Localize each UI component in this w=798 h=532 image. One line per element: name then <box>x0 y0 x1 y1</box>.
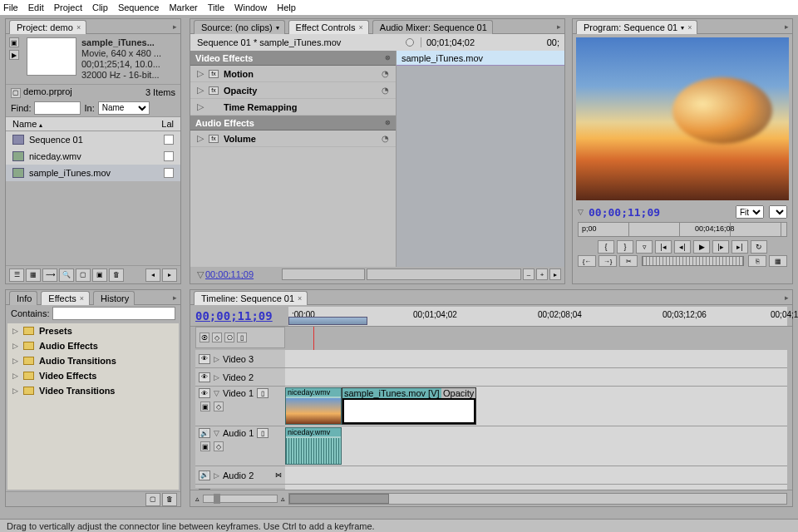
eye-icon[interactable]: 👁 <box>199 372 210 382</box>
effect-mini-timeline[interactable]: –+▸ <box>282 268 561 280</box>
track-head-video3[interactable]: 👁▷Video 3 <box>195 350 285 368</box>
play-preview-button[interactable]: ▶ <box>9 50 19 60</box>
timeline-tab[interactable]: Timeline: Sequence 01× <box>194 291 308 305</box>
close-icon[interactable]: × <box>80 294 84 303</box>
sort-asc-icon[interactable]: ▴ <box>39 121 42 129</box>
menu-sequence[interactable]: Sequence <box>118 2 160 12</box>
col-name[interactable]: Name <box>12 119 37 129</box>
zoom-select[interactable]: Fit <box>736 205 764 219</box>
speaker-icon[interactable]: 🔊 <box>199 470 210 480</box>
track-head-audio2[interactable]: 🔊▷Audio 2⋈ <box>195 466 285 485</box>
delete-button[interactable]: 🗑 <box>109 268 124 282</box>
zoom-in-icon[interactable]: ▵ <box>281 495 285 503</box>
work-area-bar[interactable] <box>288 317 367 325</box>
tool-button[interactable]: ▯ <box>237 332 247 342</box>
effects-folder-audio-fx[interactable]: ▷Audio Effects <box>7 338 179 353</box>
effect-row-time-remap[interactable]: ▷Time Remapping <box>190 99 396 116</box>
stopwatch-icon[interactable]: ◔ <box>382 86 389 95</box>
program-tab[interactable]: Program: Sequence 01 ▾ × <box>576 20 697 34</box>
close-icon[interactable]: × <box>359 23 363 32</box>
menu-clip[interactable]: Clip <box>92 2 108 12</box>
poster-frame-button[interactable]: ▣ <box>9 37 19 47</box>
source-tab[interactable]: Source: (no clips)▾ <box>194 20 285 34</box>
effect-row-opacity[interactable]: ▷fxOpacity◔ <box>190 82 396 99</box>
asset-item-sequence[interactable]: Sequence 01 <box>6 131 180 148</box>
resolution-select[interactable] <box>769 205 787 219</box>
info-tab[interactable]: Info <box>9 291 37 305</box>
zoom-out-icon[interactable]: ▵ <box>195 495 200 503</box>
zoom-out-icon[interactable]: – <box>523 268 534 280</box>
step-back-button[interactable]: ◂| <box>674 240 691 254</box>
new-bin-button[interactable]: ▢ <box>145 493 160 506</box>
menu-project[interactable]: Project <box>54 2 82 12</box>
lock-icon[interactable]: ▯ <box>257 428 268 438</box>
panel-menu-icon[interactable]: ▸ <box>785 22 789 31</box>
delete-button[interactable]: 🗑 <box>162 493 177 506</box>
panel-menu-icon[interactable]: ▸ <box>173 293 177 302</box>
toggle-button[interactable] <box>406 38 414 47</box>
effects-folder-video-fx[interactable]: ▷Video Effects <box>7 368 179 383</box>
mark-out-button[interactable]: } <box>617 240 633 254</box>
list-view-button[interactable]: ☰ <box>9 268 24 282</box>
extract-button[interactable]: →} <box>598 255 617 267</box>
new-bin-button[interactable]: ▢ <box>76 268 91 282</box>
project-tab[interactable]: Project: demo× <box>9 20 86 34</box>
effects-folder-audio-trans[interactable]: ▷Audio Transitions <box>7 353 179 368</box>
jog-wheel[interactable] <box>642 256 744 266</box>
close-icon[interactable]: × <box>76 23 81 32</box>
menu-title[interactable]: Title <box>208 2 224 12</box>
panel-menu-icon[interactable]: ▸ <box>173 22 177 31</box>
step-fwd-button[interactable]: |▸ <box>712 240 729 254</box>
close-icon[interactable]: × <box>298 294 302 303</box>
history-tab[interactable]: History <box>93 291 135 305</box>
menu-window[interactable]: Window <box>234 2 267 12</box>
go-to-out-button[interactable]: ▸| <box>732 240 748 254</box>
stopwatch-icon[interactable]: ◔ <box>382 69 389 78</box>
zoom-slider[interactable] <box>203 495 278 503</box>
program-scrub-bar[interactable]: p;00 00;04;16;08 <box>578 222 787 237</box>
export-frame-button[interactable]: ⎘ <box>748 255 766 267</box>
zoom-in-icon[interactable]: + <box>536 268 548 280</box>
timeline-timecode[interactable]: 00;00;11;09 <box>195 309 273 323</box>
audio-mixer-tab[interactable]: Audio Mixer: Sequence 01 <box>372 20 493 34</box>
asset-item-video[interactable]: niceday.wmv <box>6 148 180 165</box>
stopwatch-icon[interactable]: ◔ <box>382 134 389 143</box>
clip-niceday-a[interactable]: niceday.wmv <box>285 427 342 465</box>
keyframe-button[interactable]: ◇ <box>214 401 224 411</box>
clip-sample-itunes-v[interactable]: sample_iTunes.mov [V] Opacity▾ <box>342 387 476 425</box>
bin-icon[interactable]: ▢ <box>11 88 21 98</box>
track-options-button[interactable]: ▣ <box>200 441 210 451</box>
marker-button[interactable]: ◇ <box>212 332 222 342</box>
effect-playhead-timecode[interactable]: ▽00;00;11;09 <box>197 268 254 280</box>
effect-row-volume[interactable]: ▷fxVolume◔ <box>190 131 396 147</box>
play-button[interactable]: ▶ <box>693 240 710 254</box>
track-options-button[interactable]: ▣ <box>200 401 210 411</box>
menu-marker[interactable]: Marker <box>169 2 197 12</box>
eye-icon[interactable]: 👁 <box>199 354 210 364</box>
panel-menu-icon[interactable]: ▸ <box>557 22 561 31</box>
lock-icon[interactable]: ▯ <box>257 388 268 398</box>
new-item-button[interactable]: ▣ <box>92 268 107 282</box>
marker-icon[interactable]: ▽ <box>578 208 584 216</box>
lift-button[interactable]: {← <box>578 255 596 267</box>
effects-search-input[interactable] <box>52 307 175 320</box>
track-head-audio1[interactable]: 🔊▽Audio 1▯ ▣◇ <box>195 426 285 466</box>
scroll-right-button[interactable]: ▸ <box>162 268 177 282</box>
track-head-video2[interactable]: 👁▷Video 2 <box>195 368 285 387</box>
find-input[interactable] <box>34 101 81 115</box>
find-in-select[interactable]: Name <box>98 101 150 115</box>
trim-button[interactable]: ✂ <box>619 255 638 267</box>
safe-margins-button[interactable]: ▦ <box>769 255 787 267</box>
mark-in-button[interactable]: { <box>598 240 614 254</box>
program-timecode[interactable]: 00;00;11;09 <box>589 206 660 219</box>
track-area[interactable]: niceday.wmv sample_iTunes.mov [V] Opacit… <box>285 350 787 488</box>
go-to-in-button[interactable]: |◂ <box>655 240 672 254</box>
close-icon[interactable]: × <box>687 23 692 32</box>
effects-tab[interactable]: Effects× <box>41 291 90 305</box>
program-viewport[interactable] <box>576 37 789 200</box>
track-head-video1[interactable]: 👁▽Video 1▯ ▣◇ <box>195 387 285 426</box>
tool-button[interactable]: ⎔ <box>224 332 234 342</box>
scroll-left-button[interactable]: ◂ <box>145 268 160 282</box>
panel-menu-icon[interactable]: ▸ <box>785 293 789 302</box>
effect-controls-tab[interactable]: Effect Controls× <box>288 20 369 34</box>
